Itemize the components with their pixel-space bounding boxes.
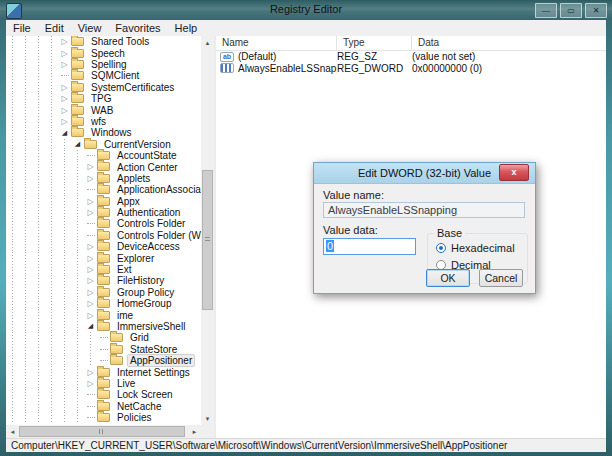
tree-indent-guide bbox=[6, 366, 19, 377]
tree-expander-icon[interactable]: ▷ bbox=[84, 161, 97, 172]
tree-expander-icon[interactable]: ▷ bbox=[84, 366, 97, 377]
tree-row[interactable]: ApplicationAssociationToas bbox=[6, 184, 201, 195]
tree-expander-icon[interactable]: ▷ bbox=[58, 36, 71, 47]
folder-icon bbox=[71, 83, 84, 92]
tree-expander-icon[interactable]: ▷ bbox=[84, 252, 97, 263]
tree-expander-icon[interactable]: ▷ bbox=[84, 207, 97, 218]
tree-indent-guide bbox=[45, 207, 58, 218]
tree-indent-guide bbox=[58, 378, 71, 389]
tree-indent-guide bbox=[32, 218, 45, 229]
tree-key-label: Policies bbox=[114, 411, 154, 424]
tree-indent-guide bbox=[32, 173, 45, 184]
tree-row[interactable]: Policies bbox=[6, 412, 201, 423]
minimize-button[interactable]: — bbox=[535, 3, 557, 18]
title-bar[interactable]: Registry Editor —▭✕ bbox=[0, 0, 612, 20]
tree-indent-guide bbox=[84, 344, 97, 355]
scroll-down-icon[interactable]: ▼ bbox=[201, 412, 214, 425]
tree-expander-icon[interactable]: ▷ bbox=[58, 116, 71, 127]
tree-indent-guide bbox=[19, 344, 32, 355]
tree-expander-icon[interactable]: ▷ bbox=[58, 47, 71, 58]
column-header-type[interactable]: Type bbox=[337, 36, 412, 50]
value-type-cell: REG_DWORD bbox=[337, 63, 412, 74]
scroll-up-icon[interactable]: ▲ bbox=[201, 36, 214, 49]
tree-expander-icon[interactable]: ▷ bbox=[84, 173, 97, 184]
tree-indent-guide bbox=[32, 412, 45, 423]
tree-indent-guide bbox=[32, 389, 45, 400]
menu-item-file[interactable]: File bbox=[6, 22, 38, 34]
tree-row[interactable]: ▷DeviceAccess bbox=[6, 241, 201, 252]
column-header-data[interactable]: Data bbox=[412, 36, 606, 50]
value-data-field[interactable]: 0 bbox=[323, 238, 416, 255]
vertical-scrollbar-thumb[interactable] bbox=[202, 170, 213, 310]
folder-icon bbox=[97, 174, 110, 183]
tree-expander-icon[interactable]: ▷ bbox=[84, 264, 97, 275]
value-row[interactable]: ab(Default)REG_SZ(value not set) bbox=[216, 51, 606, 63]
tree-indent-guide bbox=[32, 161, 45, 172]
tree-expander-icon[interactable]: ◢ bbox=[84, 321, 97, 332]
menu-item-help[interactable]: Help bbox=[168, 22, 205, 34]
tree-expander-icon[interactable]: ▷ bbox=[58, 82, 71, 93]
tree-expander-icon[interactable]: ▷ bbox=[84, 241, 97, 252]
tree-indent-guide bbox=[58, 366, 71, 377]
tree-indent-guide bbox=[32, 207, 45, 218]
cancel-button[interactable]: Cancel bbox=[479, 269, 523, 287]
tree-indent-guide bbox=[19, 93, 32, 104]
dialog-close-icon[interactable]: x bbox=[499, 164, 529, 181]
menu-item-favorites[interactable]: Favorites bbox=[108, 22, 167, 34]
tree-row[interactable]: ▷Action Center bbox=[6, 161, 201, 172]
menu-item-view[interactable]: View bbox=[71, 22, 109, 34]
scroll-right-icon[interactable]: ► bbox=[188, 425, 201, 438]
tree-indent-guide bbox=[6, 207, 19, 218]
tree-row[interactable]: Lock Screen bbox=[6, 389, 201, 400]
tree-row[interactable]: ▷HomeGroup bbox=[6, 298, 201, 309]
horizontal-scrollbar-thumb[interactable] bbox=[19, 426, 185, 437]
tree-expander-icon[interactable]: ▷ bbox=[84, 195, 97, 206]
registry-tree: ▷Shared Tools▷Speech▷SpellingSQMClient▷S… bbox=[6, 36, 201, 425]
radio-button-icon[interactable] bbox=[436, 243, 446, 253]
tree-connector bbox=[97, 344, 110, 355]
tree-row[interactable]: ▷Explorer bbox=[6, 252, 201, 263]
tree-expander-icon[interactable]: ▷ bbox=[84, 287, 97, 298]
tree-indent-guide bbox=[6, 139, 19, 150]
tree-indent-guide bbox=[58, 218, 71, 229]
scroll-left-icon[interactable]: ◄ bbox=[6, 425, 19, 438]
tree-indent-guide bbox=[19, 230, 32, 241]
tree-vertical-scrollbar[interactable]: ▲ ▼ bbox=[201, 36, 214, 425]
tree-horizontal-scrollbar[interactable]: ◄ ► bbox=[6, 425, 201, 438]
tree-expander-icon[interactable]: ▷ bbox=[58, 93, 71, 104]
close-button[interactable]: ✕ bbox=[585, 3, 607, 18]
tree-expander-icon[interactable]: ◢ bbox=[58, 127, 71, 138]
tree-indent-guide bbox=[6, 36, 19, 47]
tree-row[interactable]: ▷Internet Settings bbox=[6, 366, 201, 377]
column-header-name[interactable]: Name bbox=[216, 36, 337, 50]
tree-expander-icon[interactable]: ◢ bbox=[71, 139, 84, 150]
tree-indent-guide bbox=[32, 195, 45, 206]
value-row[interactable]: AlwaysEnableLSSnappingREG_DWORD0x0000000… bbox=[216, 63, 606, 75]
tree-expander-icon[interactable]: ▷ bbox=[58, 59, 71, 70]
tree-connector bbox=[58, 70, 71, 81]
maximize-button[interactable]: ▭ bbox=[560, 3, 582, 18]
value-name-field[interactable]: AlwaysEnableLSSnapping bbox=[323, 202, 525, 218]
tree-indent-guide bbox=[32, 366, 45, 377]
tree-indent-guide bbox=[71, 264, 84, 275]
values-list: ab(Default)REG_SZ(value not set)AlwaysEn… bbox=[216, 51, 606, 74]
value-data-text: 0 bbox=[326, 240, 334, 252]
tree-expander-icon[interactable]: ▷ bbox=[84, 275, 97, 286]
tree-indent-guide bbox=[19, 207, 32, 218]
tree-indent-guide bbox=[58, 207, 71, 218]
tree-row[interactable]: ◢ImmersiveShell bbox=[6, 321, 201, 332]
radio-option-hexadecimal[interactable]: Hexadecimal bbox=[436, 242, 515, 254]
tree-indent-guide bbox=[71, 230, 84, 241]
tree-indent-guide bbox=[32, 150, 45, 161]
tree-indent-guide bbox=[19, 104, 32, 115]
tree-expander-icon[interactable]: ▷ bbox=[84, 298, 97, 309]
ok-button[interactable]: OK bbox=[426, 269, 470, 287]
tree-expander-icon[interactable]: ▷ bbox=[84, 309, 97, 320]
tree-expander-icon[interactable]: ▷ bbox=[84, 378, 97, 389]
tree-indent-guide bbox=[71, 207, 84, 218]
tree-indent-guide bbox=[71, 275, 84, 286]
folder-icon bbox=[71, 94, 84, 103]
menu-item-edit[interactable]: Edit bbox=[38, 22, 71, 34]
tree-expander-icon[interactable]: ▷ bbox=[58, 104, 71, 115]
tree-connector bbox=[97, 355, 110, 366]
